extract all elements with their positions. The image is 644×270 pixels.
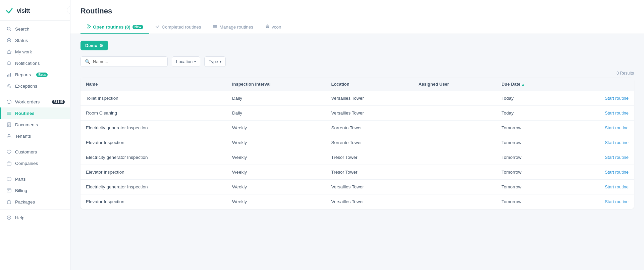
row-assigned-user [413, 165, 496, 180]
tab-vcon[interactable]: vcon [259, 21, 287, 34]
row-location: Trésor Tower [326, 165, 413, 180]
type-filter-label: Type [209, 59, 218, 64]
sidebar-item-label-search: Search [15, 27, 30, 32]
tenants-icon [6, 133, 12, 139]
col-header-action [565, 78, 634, 91]
start-routine-button[interactable]: Start routine [605, 170, 629, 175]
sidebar-item-tenants[interactable]: Tenants [0, 130, 70, 142]
row-action: Start routine [565, 121, 634, 135]
parts-icon [6, 176, 12, 182]
start-routine-button[interactable]: Start routine [605, 199, 629, 204]
routines-table: NameInspection IntervalLocationAssigned … [80, 78, 634, 209]
header-row: NameInspection IntervalLocationAssigned … [80, 78, 634, 91]
tab-manage-icon [213, 24, 217, 30]
sidebar-item-label-notifications: Notifications [15, 61, 40, 66]
sidebar-item-label-help: Help [15, 215, 24, 220]
sidebar-item-reports[interactable]: ReportsBeta [0, 69, 70, 80]
sidebar-item-search[interactable]: Search [0, 23, 70, 35]
help-icon: ? [6, 215, 12, 220]
tab-manage-label: Manage routines [219, 25, 253, 30]
start-routine-button[interactable]: Start routine [605, 184, 629, 189]
start-routine-button[interactable]: Start routine [605, 110, 629, 116]
tab-completed[interactable]: Completed routines [149, 21, 207, 34]
row-interval: Weekly [227, 165, 326, 180]
sidebar-item-status[interactable]: Status [0, 35, 70, 46]
row-assigned-user [413, 106, 496, 121]
nav-divider [0, 144, 70, 144]
sidebar-item-label-routines: Routines [15, 111, 35, 116]
start-routine-button[interactable]: Start routine [605, 155, 629, 160]
type-filter[interactable]: Type ▾ [204, 56, 226, 67]
notifications-icon [6, 60, 12, 66]
row-location: Trésor Tower [326, 150, 413, 165]
nav-divider [0, 94, 70, 94]
row-location: Versailles Tower [326, 194, 413, 209]
svg-line-1 [10, 30, 11, 31]
sidebar-item-work-orders[interactable]: Work orders51115 [0, 96, 70, 107]
sidebar-collapse-button[interactable]: ‹ [67, 6, 70, 14]
sidebar-item-notifications[interactable]: Notifications [0, 57, 70, 69]
nav-divider [0, 210, 70, 210]
filters-row: 🔍 Location ▾ Type ▾ [80, 56, 634, 67]
main-content: Routines Open routines (8)NewCompleted r… [70, 0, 644, 270]
start-routine-button[interactable]: Start routine [605, 125, 629, 130]
row-action: Start routine [565, 135, 634, 150]
demo-button[interactable]: Demo ⚙ [80, 41, 108, 50]
sidebar-item-my-work[interactable]: My work [0, 46, 70, 57]
row-assigned-user [413, 194, 496, 209]
start-routine-button[interactable]: Start routine [605, 140, 629, 145]
row-action: Start routine [565, 150, 634, 165]
customers-icon [6, 149, 12, 154]
sidebar-item-companies[interactable]: Companies [0, 158, 70, 169]
svg-rect-7 [10, 73, 11, 77]
tab-vcon-icon [265, 24, 270, 30]
row-assigned-user [413, 121, 496, 135]
location-filter[interactable]: Location ▾ [172, 56, 200, 67]
table-header: NameInspection IntervalLocationAssigned … [80, 78, 634, 91]
search-box: 🔍 [80, 56, 168, 67]
svg-point-17 [8, 134, 10, 136]
search-icon: 🔍 [85, 59, 90, 64]
start-routine-button[interactable]: Start routine [605, 96, 629, 101]
tab-manage[interactable]: Manage routines [207, 21, 259, 34]
content-area: Demo ⚙ 🔍 Location ▾ Type ▾ 8 Results Nam… [70, 34, 644, 270]
sidebar-item-label-documents: Documents [15, 122, 38, 127]
svg-marker-9 [7, 100, 11, 104]
row-action: Start routine [565, 106, 634, 121]
tab-completed-icon [155, 24, 160, 30]
sidebar-item-billing[interactable]: Billing [0, 185, 70, 196]
row-name: Elevator Inspection [80, 135, 227, 150]
table-row: Electricity generator InspectionWeeklySo… [80, 121, 634, 135]
svg-marker-4 [7, 50, 11, 54]
chevron-down-icon: ▾ [194, 60, 196, 63]
tab-open-label: Open routines (8) [93, 25, 130, 30]
companies-icon [6, 161, 12, 166]
col-header-assigned: Assigned User [413, 78, 496, 91]
col-header-location: Location [326, 78, 413, 91]
tab-open[interactable]: Open routines (8)New [80, 21, 149, 34]
sidebar-item-packages[interactable]: Packages [0, 196, 70, 208]
svg-rect-23 [7, 201, 11, 204]
row-location: Sorrento Tower [326, 121, 413, 135]
sidebar-item-exceptions[interactable]: Exceptions [0, 80, 70, 92]
row-assigned-user [413, 150, 496, 165]
col-header-due[interactable]: Due Date▲ [496, 78, 565, 91]
sidebar-item-parts[interactable]: Parts [0, 173, 70, 185]
sidebar-item-label-reports: Reports [15, 72, 31, 77]
search-input[interactable] [93, 59, 163, 64]
sidebar-item-routines[interactable]: Routines [0, 107, 70, 119]
sidebar-item-help[interactable]: ?Help [0, 212, 70, 223]
location-filter-label: Location [176, 59, 193, 64]
sidebar-item-customers[interactable]: Customers [0, 146, 70, 158]
table-row: Electricity generator InspectionWeeklyTr… [80, 150, 634, 165]
row-location: Sorrento Tower [326, 135, 413, 150]
svg-text:?: ? [8, 217, 10, 220]
routines-icon [6, 110, 12, 116]
main-header: Routines Open routines (8)NewCompleted r… [70, 0, 644, 34]
row-name: Elevator Inspection [80, 194, 227, 209]
my-work-icon [6, 49, 12, 54]
sidebar-item-documents[interactable]: Documents [0, 119, 70, 130]
row-action: Start routine [565, 194, 634, 209]
row-interval: Daily [227, 106, 326, 121]
svg-rect-6 [9, 74, 10, 77]
